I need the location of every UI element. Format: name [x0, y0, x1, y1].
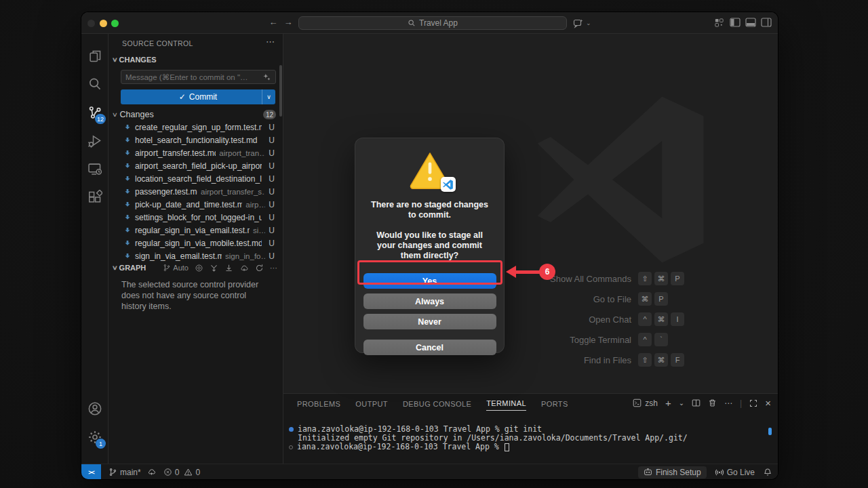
accounts-button[interactable] [81, 396, 108, 422]
finish-setup-icon [644, 468, 652, 476]
close-panel-icon[interactable]: × [765, 397, 771, 409]
sidebar-more-icon[interactable]: ⋯ [266, 37, 275, 47]
traffic-close-button[interactable] [87, 20, 95, 27]
tab-problems[interactable]: PROBLEMS [297, 396, 340, 411]
branch-label: main* [120, 468, 141, 477]
target-icon[interactable] [195, 264, 203, 272]
tab-ports[interactable]: PORTS [541, 396, 568, 411]
settings-badge: 1 [96, 439, 106, 449]
graph-header-label: GRAPH [119, 264, 146, 272]
file-row[interactable]: hotel_search_functionality.test.mdU [108, 134, 283, 146]
file-row[interactable]: create_regular_sign_up_form.test.mdU [108, 121, 283, 134]
branch-status-button[interactable]: main* [108, 468, 157, 477]
test-file-icon [123, 214, 132, 222]
settings-button[interactable]: 1 [81, 424, 108, 450]
account-icon [87, 401, 102, 416]
file-row[interactable]: regular_sign_in_via_mobile.test.md…U [108, 237, 283, 249]
graph-more-icon[interactable]: ⋯ [270, 264, 277, 272]
commit-button[interactable]: ✓ Commit ∨ [121, 89, 275, 104]
trash-icon[interactable] [708, 399, 717, 407]
traffic-minimize-button[interactable] [100, 20, 107, 27]
shortcut-row: Open Chat ^⌘I [550, 309, 690, 329]
file-status: U [269, 148, 275, 158]
shortcut-row: Toggle Terminal ^` [550, 329, 690, 350]
traffic-zoom-button[interactable] [111, 20, 119, 27]
terminal-output[interactable]: iana.zavoloka@ip-192-168-0-103 Travel Ap… [289, 425, 768, 451]
file-row[interactable]: airport_search_field_pick-up_airpor…U [108, 159, 283, 172]
shortcut-row: Show All Commands ⇧⌘P [550, 268, 690, 289]
fetch-icon[interactable] [210, 264, 218, 272]
file-row[interactable]: pick-up_date_and_time.test.mdairp…U [108, 198, 283, 211]
file-row[interactable]: location_search_field_destination_l…U [108, 172, 283, 185]
graph-ref-picker[interactable]: Auto [163, 264, 189, 272]
notifications-bell-icon[interactable] [763, 468, 772, 477]
toggle-secondary-sidebar-icon[interactable] [761, 18, 772, 27]
terminal-cursor [505, 443, 509, 451]
file-row[interactable]: settings_block_for_not_logged-in_u…U [108, 211, 283, 224]
terminal-dropdown-icon[interactable]: ⌄ [679, 399, 684, 407]
commit-message-input[interactable]: Message (⌘Enter to commit on "… [121, 70, 276, 84]
nav-forward-button[interactable]: → [282, 17, 294, 27]
sidebar-item-remote-explorer[interactable] [81, 156, 108, 182]
pull-icon[interactable] [224, 264, 233, 272]
file-status: U [269, 226, 275, 235]
explorer-icon [87, 49, 102, 64]
test-file-icon [123, 175, 132, 183]
graph-section-header[interactable]: ∨ GRAPH Auto ⋯ [113, 262, 277, 274]
tab-output[interactable]: OUTPUT [355, 396, 388, 411]
file-row[interactable]: regular_sign_in_via_email.test.mdsi…U [108, 224, 283, 237]
chevron-down-icon: ∨ [112, 264, 118, 271]
changes-tree-label: Changes [120, 110, 154, 119]
file-name: airport_transfer.test.md [135, 148, 216, 158]
staged-changes-dialog: There are no staged changes to commit. W… [355, 138, 505, 353]
always-button[interactable]: Always [363, 293, 496, 309]
sidebar-item-search[interactable] [81, 71, 108, 97]
sidebar-item-extensions[interactable] [81, 184, 108, 210]
new-terminal-button[interactable]: + [665, 397, 671, 409]
tab-debug-console[interactable]: DEBUG CONSOLE [403, 396, 471, 411]
sidebar-item-run-debug[interactable] [81, 128, 108, 154]
key-backtick: ` [654, 333, 668, 346]
command-center-search[interactable]: Travel App [298, 16, 567, 30]
key-cmd: ⌘ [638, 292, 652, 306]
terminal-line: Initialized empty Git repository in /Use… [289, 434, 768, 443]
file-dir: si… [253, 226, 265, 235]
test-file-icon [123, 226, 132, 235]
cancel-button[interactable]: Cancel [363, 340, 496, 355]
commit-dropdown-button[interactable]: ∨ [262, 89, 275, 104]
vscode-logo-badge [441, 177, 456, 192]
file-row[interactable]: airport_transfer.test.mdairport_tran…U [108, 146, 283, 159]
copilot-chevron-icon[interactable]: ⌄ [586, 20, 591, 26]
bottom-panel: PROBLEMS OUTPUT DEBUG CONSOLE TERMINAL P… [283, 393, 778, 464]
problems-status-button[interactable]: 0 0 [163, 468, 200, 477]
toggle-sidebar-icon[interactable] [730, 18, 741, 27]
file-row[interactable]: sign_in_via_email.test.mdsign_in_fo…U [108, 249, 283, 262]
toggle-panel-icon[interactable] [745, 18, 756, 27]
customize-layout-icon[interactable] [714, 18, 724, 28]
never-button[interactable]: Never [363, 314, 496, 329]
sidebar-item-source-control[interactable]: 12 [81, 100, 108, 125]
file-name: sign_in_via_email.test.md [135, 251, 222, 261]
copilot-icon[interactable] [573, 18, 584, 28]
go-live-button[interactable]: Go Live [715, 468, 755, 477]
cloud-upload-icon[interactable] [239, 264, 249, 272]
nav-back-button[interactable]: ← [267, 17, 279, 27]
sidebar-item-explorer[interactable] [81, 43, 108, 69]
maximize-panel-icon[interactable] [749, 399, 757, 407]
finish-setup-button[interactable]: Finish Setup [638, 466, 707, 479]
file-row[interactable]: passenger.test.mdairport_transfer_s…U [108, 185, 283, 198]
terminal-shell-chip[interactable]: zsh [633, 399, 658, 408]
branch-icon [108, 468, 117, 476]
sparkle-icon[interactable] [262, 73, 271, 81]
changes-tree-header[interactable]: ∨ Changes 12 [113, 108, 276, 121]
refresh-icon[interactable] [255, 264, 264, 272]
sidebar-scrollbar[interactable] [279, 65, 282, 117]
file-name: settings_block_for_not_logged-in_u… [135, 213, 262, 222]
remote-indicator-button[interactable]: >< [81, 464, 101, 479]
changes-section-header[interactable]: ∨ CHANGES [113, 56, 157, 64]
split-terminal-icon[interactable] [692, 399, 701, 407]
test-file-icon [123, 123, 132, 131]
file-status: U [269, 136, 275, 145]
tab-terminal[interactable]: TERMINAL [486, 396, 526, 411]
terminal-more-icon[interactable]: ⋯ [724, 399, 732, 408]
